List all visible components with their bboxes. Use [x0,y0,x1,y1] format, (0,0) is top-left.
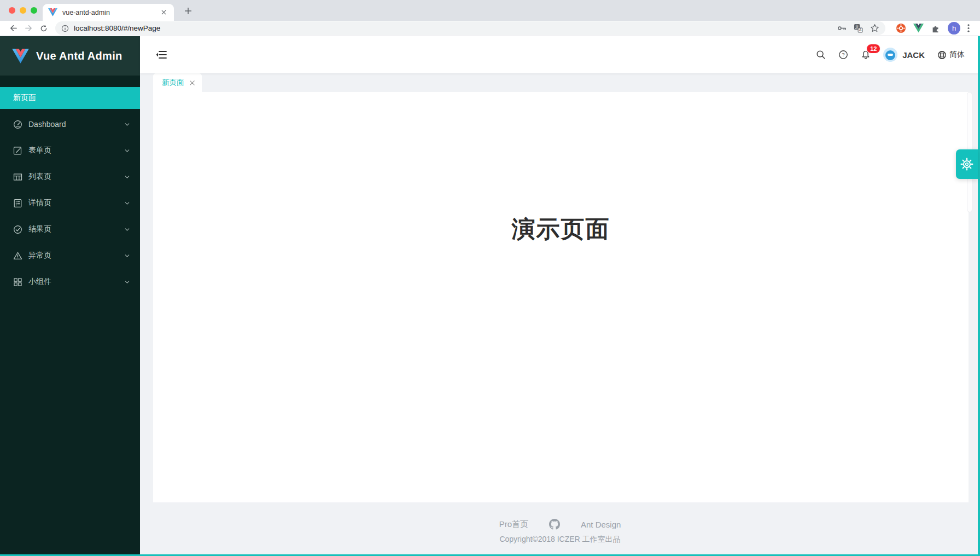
bookmark-star-icon[interactable] [870,24,879,33]
right-edge-accent [978,36,980,556]
sidebar-item-form[interactable]: 表单页 [0,140,140,161]
sidebar-item-widgets[interactable]: 小组件 [0,271,140,293]
app-header: ? 12 JACK 简体 [140,36,980,73]
app-footer: Pro首页 Ant Design Copyright©2018 ICZER 工作… [140,502,980,556]
site-info-icon[interactable] [61,25,69,32]
sidebar-item-label: 列表页 [28,172,124,182]
browser-tab-title: vue-antd-admin [62,9,159,16]
notification-bell[interactable]: 12 [861,50,871,60]
dashboard-icon [13,120,22,129]
chevron-down-icon [124,148,130,154]
sidebar-item-new-page[interactable]: 新页面 [0,87,140,109]
page-tabbar: 新页面 [153,73,969,92]
gear-icon [960,158,973,171]
language-selector[interactable]: 简体 [937,50,965,60]
sidebar-item-dashboard[interactable]: Dashboard [0,113,140,135]
vue-favicon-icon [48,8,57,16]
address-bar[interactable]: localhost:8080/#/newPage 文 A [55,21,885,35]
sidebar-item-label: 详情页 [28,198,124,208]
appstore-icon [13,277,22,287]
tab-label: 新页面 [162,78,184,88]
minimize-window-button[interactable] [20,7,26,14]
translate-icon[interactable]: 文 A [854,24,863,33]
sidebar-item-label: Dashboard [28,120,124,129]
url-text[interactable]: localhost:8080/#/newPage [74,24,830,32]
globe-icon [937,50,947,60]
browser-toolbar: localhost:8080/#/newPage 文 A [0,21,980,36]
sidebar: Vue Antd Admin 新页面 Dashboard [0,36,140,556]
chevron-down-icon [124,121,130,128]
sidebar-item-exception[interactable]: 异常页 [0,245,140,267]
page-title: 演示页面 [512,213,610,502]
chevron-down-icon [124,200,130,206]
sidebar-menu: 新页面 Dashboard 表单页 [0,76,140,297]
browser-tabstrip: vue-antd-admin [0,0,980,21]
traffic-lights [9,7,37,14]
username: JACK [902,50,925,60]
svg-text:?: ? [842,51,845,57]
sidebar-item-label: 异常页 [28,251,124,260]
app-root: Vue Antd Admin 新页面 Dashboard [0,36,980,556]
github-icon[interactable] [549,519,560,530]
page-area: 新页面 演示页面 [140,73,980,502]
browser-profile-avatar[interactable]: h [948,22,960,34]
search-icon[interactable] [816,50,826,60]
app-title: Vue Antd Admin [36,50,122,62]
browser-menu-dots-icon[interactable] [967,24,970,32]
settings-drawer-button[interactable] [956,149,978,179]
notification-badge: 12 [866,44,880,54]
footer-link-pro-home[interactable]: Pro首页 [499,519,528,530]
sidebar-item-label: 表单页 [28,146,124,155]
user-avatar [883,48,897,62]
footer-links: Pro首页 Ant Design [499,519,621,530]
chevron-down-icon [124,279,130,285]
menu-fold-icon[interactable] [155,49,167,60]
sidebar-item-list[interactable]: 列表页 [0,166,140,188]
zoom-window-button[interactable] [31,7,37,14]
footer-copyright: Copyright©2018 ICZER 工作室出品 [499,535,620,545]
header-actions: ? 12 JACK 简体 [816,48,965,62]
sidebar-item-detail[interactable]: 详情页 [0,192,140,214]
sidebar-item-label: 结果页 [28,224,124,234]
warning-icon [13,251,22,260]
sidebar-item-label: 新页面 [13,93,130,103]
extension-orange-icon[interactable] [896,23,906,33]
table-icon [13,172,22,182]
back-button[interactable] [5,21,21,36]
content-panel: 演示页面 [153,92,969,502]
forward-button[interactable] [21,21,36,36]
chevron-down-icon [124,253,130,259]
check-circle-icon [13,225,22,234]
chevron-down-icon [124,174,130,180]
tab-new-page[interactable]: 新页面 [153,73,202,92]
extensions-area: h [896,22,970,34]
close-icon[interactable] [189,80,195,86]
app-logo[interactable]: Vue Antd Admin [0,36,140,76]
sidebar-item-label: 小组件 [28,277,124,287]
footer-link-ant-design[interactable]: Ant Design [581,520,621,529]
svg-text:A: A [859,28,862,32]
new-tab-button[interactable] [182,4,195,18]
language-label: 简体 [949,50,965,60]
reload-button[interactable] [36,21,51,36]
profile-icon [13,199,22,208]
browser-tab[interactable]: vue-antd-admin [43,4,174,21]
help-icon[interactable]: ? [838,50,848,60]
chevron-down-icon [124,227,130,233]
browser-window: vue-antd-admin localhost:8080/#/newPage [0,0,980,556]
main-area: ? 12 JACK 简体 [140,36,980,556]
user-menu[interactable]: JACK [883,48,925,62]
close-window-button[interactable] [9,7,15,14]
extensions-puzzle-icon[interactable] [931,24,941,33]
password-key-icon[interactable] [837,24,847,33]
vue-logo-icon [12,49,29,63]
form-icon [13,146,22,155]
vue-devtools-icon[interactable] [913,24,924,33]
tab-close-icon[interactable] [159,8,168,17]
sidebar-item-result[interactable]: 结果页 [0,218,140,240]
